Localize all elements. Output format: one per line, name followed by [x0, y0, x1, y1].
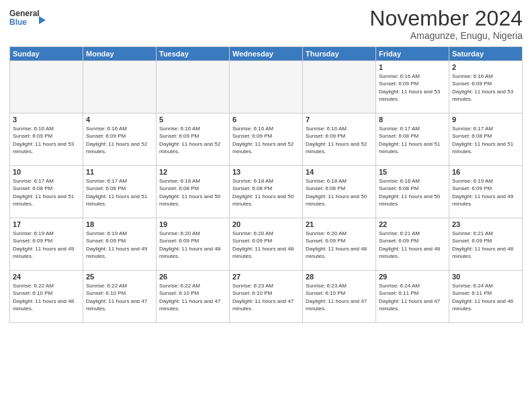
day-number: 30: [452, 273, 519, 281]
col-friday: Friday: [376, 47, 449, 61]
day-number: 9: [452, 116, 519, 124]
day-number: 8: [379, 116, 446, 124]
col-wednesday: Wednesday: [230, 47, 303, 61]
day-info: Sunrise: 6:16 AMSunset: 6:09 PMDaylight:…: [379, 73, 446, 103]
day-number: 28: [306, 273, 373, 281]
day-number: 12: [159, 168, 226, 176]
day-cell: 12Sunrise: 6:18 AMSunset: 6:08 PMDayligh…: [157, 166, 230, 218]
day-cell: 25Sunrise: 6:22 AMSunset: 6:10 PMDayligh…: [83, 271, 157, 323]
day-info: Sunrise: 6:23 AMSunset: 6:10 PMDaylight:…: [306, 282, 373, 312]
logo-blue: Blue: [9, 18, 35, 27]
day-info: Sunrise: 6:18 AMSunset: 6:08 PMDaylight:…: [379, 177, 446, 208]
day-number: 2: [452, 63, 519, 71]
day-cell: 22Sunrise: 6:21 AMSunset: 6:09 PMDayligh…: [376, 218, 449, 271]
day-cell: 9Sunrise: 6:17 AMSunset: 6:08 PMDaylight…: [449, 113, 523, 166]
header: General Blue November 2024 Amagunze, Enu…: [9, 7, 523, 41]
col-saturday: Saturday: [449, 47, 523, 61]
day-cell: 24Sunrise: 6:22 AMSunset: 6:10 PMDayligh…: [10, 271, 83, 323]
day-cell: 17Sunrise: 6:19 AMSunset: 6:09 PMDayligh…: [10, 218, 83, 271]
day-info: Sunrise: 6:19 AMSunset: 6:09 PMDaylight:…: [13, 230, 80, 260]
day-cell: 23Sunrise: 6:21 AMSunset: 6:09 PMDayligh…: [449, 218, 523, 271]
day-number: 19: [159, 220, 226, 228]
calendar-body: 1Sunrise: 6:16 AMSunset: 6:09 PMDaylight…: [10, 61, 523, 323]
day-number: 4: [86, 116, 153, 124]
col-tuesday: Tuesday: [157, 47, 230, 61]
day-number: 7: [306, 116, 373, 124]
day-cell: [83, 61, 157, 113]
day-info: Sunrise: 6:22 AMSunset: 6:10 PMDaylight:…: [86, 282, 153, 312]
day-info: Sunrise: 6:19 AMSunset: 6:09 PMDaylight:…: [86, 230, 153, 260]
day-cell: 13Sunrise: 6:18 AMSunset: 6:08 PMDayligh…: [230, 166, 303, 218]
day-number: 10: [13, 168, 80, 176]
day-number: 21: [306, 220, 373, 228]
day-number: 17: [13, 220, 80, 228]
day-info: Sunrise: 6:19 AMSunset: 6:09 PMDaylight:…: [452, 177, 519, 208]
day-cell: 11Sunrise: 6:17 AMSunset: 6:08 PMDayligh…: [83, 166, 157, 218]
day-info: Sunrise: 6:18 AMSunset: 6:08 PMDaylight:…: [159, 177, 226, 208]
day-cell: 14Sunrise: 6:18 AMSunset: 6:08 PMDayligh…: [303, 166, 376, 218]
week-row-1: 1Sunrise: 6:16 AMSunset: 6:09 PMDaylight…: [10, 61, 523, 113]
day-number: 3: [13, 116, 80, 124]
day-cell: 16Sunrise: 6:19 AMSunset: 6:09 PMDayligh…: [449, 166, 523, 218]
col-thursday: Thursday: [303, 47, 376, 61]
svg-marker-0: [39, 16, 46, 24]
day-number: 18: [86, 220, 153, 228]
day-info: Sunrise: 6:16 AMSunset: 6:09 PMDaylight:…: [452, 73, 519, 103]
day-info: Sunrise: 6:17 AMSunset: 6:08 PMDaylight:…: [13, 177, 80, 208]
page-container: General Blue November 2024 Amagunze, Enu…: [0, 0, 532, 327]
day-info: Sunrise: 6:16 AMSunset: 6:09 PMDaylight:…: [13, 125, 80, 155]
day-cell: 1Sunrise: 6:16 AMSunset: 6:09 PMDaylight…: [376, 61, 449, 113]
day-cell: 29Sunrise: 6:24 AMSunset: 6:11 PMDayligh…: [376, 271, 449, 323]
day-cell: 5Sunrise: 6:16 AMSunset: 6:09 PMDaylight…: [157, 113, 230, 166]
day-number: 1: [379, 63, 446, 71]
day-cell: 18Sunrise: 6:19 AMSunset: 6:09 PMDayligh…: [83, 218, 157, 271]
week-row-5: 24Sunrise: 6:22 AMSunset: 6:10 PMDayligh…: [10, 271, 523, 323]
day-info: Sunrise: 6:18 AMSunset: 6:08 PMDaylight:…: [232, 177, 300, 208]
day-number: 5: [159, 116, 226, 124]
day-cell: 27Sunrise: 6:23 AMSunset: 6:10 PMDayligh…: [230, 271, 303, 323]
day-number: 22: [379, 220, 446, 228]
day-number: 11: [86, 168, 153, 176]
day-info: Sunrise: 6:24 AMSunset: 6:11 PMDaylight:…: [452, 282, 519, 312]
day-info: Sunrise: 6:24 AMSunset: 6:11 PMDaylight:…: [379, 282, 446, 312]
col-sunday: Sunday: [10, 47, 83, 61]
day-info: Sunrise: 6:22 AMSunset: 6:10 PMDaylight:…: [13, 282, 80, 312]
day-cell: 26Sunrise: 6:22 AMSunset: 6:10 PMDayligh…: [157, 271, 230, 323]
day-number: 25: [86, 273, 153, 281]
day-number: 24: [13, 273, 80, 281]
day-cell: 10Sunrise: 6:17 AMSunset: 6:08 PMDayligh…: [10, 166, 83, 218]
day-number: 26: [159, 273, 226, 281]
day-number: 16: [452, 168, 519, 176]
title-block: November 2024 Amagunze, Enugu, Nigeria: [369, 7, 523, 41]
day-cell: 3Sunrise: 6:16 AMSunset: 6:09 PMDaylight…: [10, 113, 83, 166]
day-cell: 2Sunrise: 6:16 AMSunset: 6:09 PMDaylight…: [449, 61, 523, 113]
day-number: 20: [232, 220, 300, 228]
day-info: Sunrise: 6:21 AMSunset: 6:09 PMDaylight:…: [379, 230, 446, 260]
day-info: Sunrise: 6:16 AMSunset: 6:09 PMDaylight:…: [159, 125, 226, 155]
day-cell: 28Sunrise: 6:23 AMSunset: 6:10 PMDayligh…: [303, 271, 376, 323]
day-info: Sunrise: 6:20 AMSunset: 6:09 PMDaylight:…: [306, 230, 373, 260]
week-row-2: 3Sunrise: 6:16 AMSunset: 6:09 PMDaylight…: [10, 113, 523, 166]
day-info: Sunrise: 6:22 AMSunset: 6:10 PMDaylight:…: [159, 282, 226, 312]
day-info: Sunrise: 6:18 AMSunset: 6:08 PMDaylight:…: [306, 177, 373, 208]
day-info: Sunrise: 6:16 AMSunset: 6:09 PMDaylight:…: [86, 125, 153, 155]
day-cell: [303, 61, 376, 113]
day-cell: 20Sunrise: 6:20 AMSunset: 6:09 PMDayligh…: [230, 218, 303, 271]
day-cell: 7Sunrise: 6:16 AMSunset: 6:09 PMDaylight…: [303, 113, 376, 166]
day-info: Sunrise: 6:17 AMSunset: 6:08 PMDaylight:…: [452, 125, 519, 155]
day-cell: 6Sunrise: 6:16 AMSunset: 6:09 PMDaylight…: [230, 113, 303, 166]
day-cell: 21Sunrise: 6:20 AMSunset: 6:09 PMDayligh…: [303, 218, 376, 271]
day-info: Sunrise: 6:16 AMSunset: 6:09 PMDaylight:…: [306, 125, 373, 155]
day-number: 29: [379, 273, 446, 281]
col-monday: Monday: [83, 47, 157, 61]
day-info: Sunrise: 6:17 AMSunset: 6:08 PMDaylight:…: [379, 125, 446, 155]
day-cell: [10, 61, 83, 113]
day-info: Sunrise: 6:20 AMSunset: 6:09 PMDaylight:…: [159, 230, 226, 260]
day-info: Sunrise: 6:23 AMSunset: 6:10 PMDaylight:…: [232, 282, 300, 312]
month-title: November 2024: [369, 7, 523, 30]
day-number: 6: [232, 116, 300, 124]
day-cell: 8Sunrise: 6:17 AMSunset: 6:08 PMDaylight…: [376, 113, 449, 166]
day-cell: [157, 61, 230, 113]
day-info: Sunrise: 6:17 AMSunset: 6:08 PMDaylight:…: [86, 177, 153, 208]
location: Amagunze, Enugu, Nigeria: [369, 30, 523, 41]
